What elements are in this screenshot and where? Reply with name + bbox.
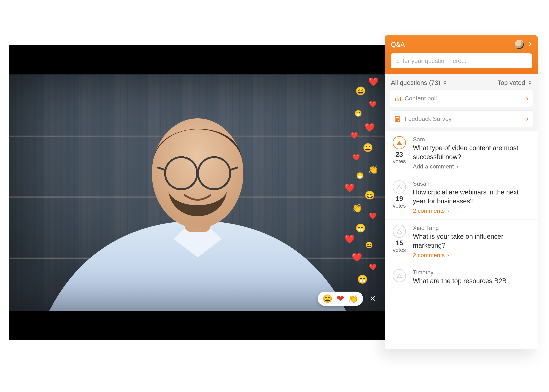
floating-reactions: ❤️ 😄 ❤️ 😁 ❤️ ❤️ 😄 ❤️ 👏 😁 ❤️ 😄 👏 ❤️ 😁 ❤️ … bbox=[338, 76, 379, 290]
author-name: Timothy bbox=[413, 269, 533, 276]
vote-label: votes bbox=[390, 203, 408, 209]
question-text: How crucial are webinars in the next yea… bbox=[413, 188, 533, 206]
heart-icon: ❤️ bbox=[350, 131, 359, 140]
question-text: What type of video content are most succ… bbox=[413, 144, 533, 161]
chevron-right-icon: › bbox=[526, 115, 528, 123]
triangle-up-icon bbox=[396, 140, 402, 145]
qa-filters: All questions (73) Top voted bbox=[385, 74, 538, 90]
grin-emoji-icon: 😁 bbox=[356, 171, 364, 180]
user-avatar[interactable] bbox=[514, 40, 524, 49]
grin-emoji-icon: 😄 bbox=[362, 142, 373, 153]
comments-link[interactable]: 2 comments › bbox=[413, 207, 449, 214]
sort-label: Top voted bbox=[497, 79, 525, 86]
comments-link[interactable]: 2 comments › bbox=[413, 252, 449, 259]
vote-label: votes bbox=[390, 247, 408, 253]
heart-icon: ❤️ bbox=[344, 234, 355, 245]
question-input[interactable] bbox=[395, 57, 528, 64]
heart-icon: ❤️ bbox=[364, 122, 375, 133]
heart-icon: ❤️ bbox=[352, 153, 360, 161]
reaction-tray: 😄 ❤ 👏 ✕ bbox=[318, 292, 377, 306]
grin-emoji-icon: 😁 bbox=[357, 274, 368, 285]
poll-icon bbox=[394, 95, 402, 102]
qa-panel: Q&A All questions (73) Top vo bbox=[385, 35, 538, 349]
chevron-right-icon: › bbox=[526, 95, 528, 102]
comment-link-label: 2 comments bbox=[413, 207, 445, 214]
upvote-button[interactable] bbox=[393, 225, 406, 238]
content-poll-label: Content poll bbox=[405, 95, 526, 102]
reaction-close-button[interactable]: ✕ bbox=[368, 294, 377, 303]
question-item: 15 votes Xiao Tang What is your take on … bbox=[385, 219, 538, 264]
heart-icon: ❤️ bbox=[351, 252, 362, 263]
heart-icon: ❤️ bbox=[369, 212, 377, 220]
heart-icon: ❤️ bbox=[369, 263, 377, 271]
question-item: 19 votes Susan How crucial are webinars … bbox=[385, 175, 538, 219]
author-name: Xiao Tang bbox=[413, 225, 533, 231]
sort-dropdown[interactable]: Top voted bbox=[497, 79, 532, 86]
triangle-up-icon bbox=[396, 229, 402, 234]
question-item: Timothy What are the top resources B2B bbox=[385, 264, 538, 291]
svg-rect-4 bbox=[395, 117, 400, 122]
reaction-heart-button[interactable]: ❤ bbox=[337, 294, 344, 304]
sort-icon bbox=[528, 80, 532, 85]
vote-count: 23 bbox=[390, 151, 408, 158]
chevron-right-icon bbox=[528, 41, 532, 47]
vote-label: votes bbox=[390, 158, 408, 164]
survey-icon bbox=[394, 116, 402, 122]
feedback-survey-label: Feedback Survey bbox=[405, 115, 526, 122]
grin-emoji-icon: 😁 bbox=[355, 223, 366, 234]
heart-icon: ❤️ bbox=[368, 76, 379, 87]
triangle-up-icon bbox=[396, 184, 402, 189]
pinned-items: Content poll › Feedback Survey › bbox=[385, 90, 538, 131]
video-feed[interactable]: ❤️ 😄 ❤️ 😁 ❤️ ❤️ 😄 ❤️ 👏 😁 ❤️ 😄 👏 ❤️ 😁 ❤️ … bbox=[9, 74, 385, 311]
video-area: ❤️ 😄 ❤️ 😁 ❤️ ❤️ 😄 ❤️ 👏 😁 ❤️ 😄 👏 ❤️ 😁 ❤️ … bbox=[9, 45, 385, 340]
feedback-survey-row[interactable]: Feedback Survey › bbox=[390, 111, 533, 127]
reaction-clap-button[interactable]: 👏 bbox=[348, 294, 358, 303]
grin-emoji-icon: 😄 bbox=[355, 85, 366, 96]
upvote-button[interactable] bbox=[393, 269, 406, 282]
filter-all-dropdown[interactable]: All questions (73) bbox=[391, 79, 447, 86]
qa-title: Q&A bbox=[391, 41, 405, 49]
qa-header: Q&A bbox=[385, 35, 538, 74]
question-text: What are the top resources B2B bbox=[413, 277, 533, 286]
upvote-button[interactable] bbox=[393, 136, 406, 149]
heart-icon: ❤️ bbox=[369, 100, 377, 108]
chevron-right-icon: › bbox=[447, 208, 449, 214]
comment-link-label: Add a comment bbox=[413, 163, 454, 170]
reaction-picker: 😄 ❤ 👏 bbox=[318, 292, 363, 306]
reaction-grin-button[interactable]: 😄 bbox=[323, 294, 332, 303]
grin-emoji-icon: 😄 bbox=[365, 241, 373, 249]
content-poll-row[interactable]: Content poll › bbox=[390, 90, 533, 107]
question-item: 23 votes Sam What type of video content … bbox=[385, 131, 538, 175]
triangle-up-icon bbox=[396, 273, 402, 278]
question-text: What is your take on influencer marketin… bbox=[413, 232, 533, 250]
add-comment-link[interactable]: Add a comment › bbox=[413, 163, 458, 170]
grin-emoji-icon: 😄 bbox=[364, 190, 375, 201]
sort-icon bbox=[443, 80, 447, 85]
question-input-wrap bbox=[391, 53, 532, 68]
upvote-button[interactable] bbox=[393, 180, 406, 194]
vote-count: 19 bbox=[390, 195, 408, 203]
questions-list: 23 votes Sam What type of video content … bbox=[385, 131, 538, 290]
author-name: Sam bbox=[413, 136, 533, 143]
collapse-panel-button[interactable] bbox=[528, 41, 532, 48]
grin-emoji-icon: 😁 bbox=[354, 109, 362, 118]
vote-count: 15 bbox=[390, 239, 408, 247]
chevron-right-icon: › bbox=[447, 252, 449, 258]
heart-icon: ❤️ bbox=[344, 182, 355, 193]
video-vignette bbox=[9, 74, 385, 311]
comment-link-label: 2 comments bbox=[413, 252, 445, 259]
clap-emoji-icon: 👏 bbox=[368, 164, 379, 175]
clap-emoji-icon: 👏 bbox=[351, 203, 362, 213]
chevron-right-icon: › bbox=[456, 164, 458, 169]
filter-all-label: All questions (73) bbox=[391, 79, 440, 86]
author-name: Susan bbox=[413, 180, 533, 187]
